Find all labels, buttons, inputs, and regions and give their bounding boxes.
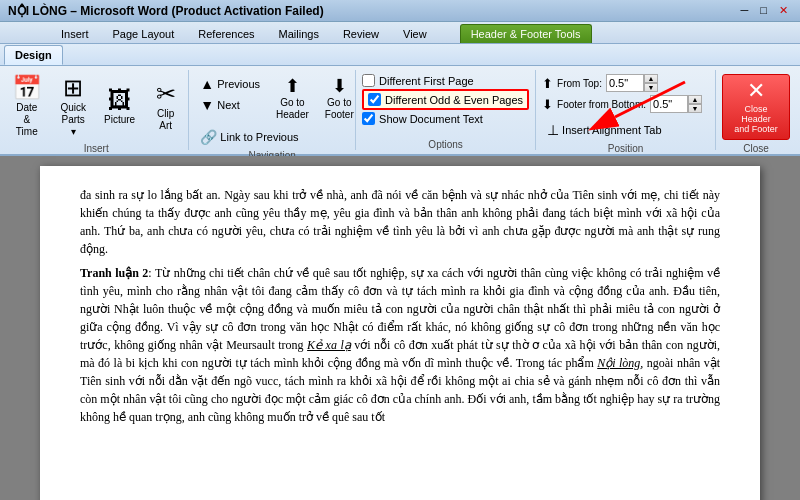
close-header-footer-button[interactable]: ✕ Close Headerand Footer (722, 74, 790, 140)
tab-references[interactable]: References (187, 24, 265, 43)
show-doc-text-label: Show Document Text (379, 113, 483, 125)
options-group-label: Options (428, 136, 462, 150)
close-content: ✕ Close Headerand Footer (722, 70, 790, 140)
ribbon-group-options: Different First Page Different Odd & Eve… (356, 70, 536, 150)
quick-parts-button[interactable]: ⊞ QuickParts ▾ (51, 74, 95, 140)
calendar-icon: 📅 (12, 76, 42, 100)
insert-alignment-tab-button[interactable]: ⊥ Insert Alignment Tab (542, 120, 709, 140)
date-time-button[interactable]: 📅 Date& Time (5, 74, 49, 140)
goto-header-icon: ⬆ (285, 77, 300, 95)
next-button[interactable]: ▼ Next (195, 95, 265, 115)
footer-bottom-spinner: ▲ ▼ (650, 95, 702, 113)
diff-odd-even-checkbox[interactable] (368, 93, 381, 106)
go-to-footer-button[interactable]: ⬇ Go toFooter (318, 74, 361, 124)
next-icon: ▼ (200, 97, 214, 113)
position-group-label: Position (608, 140, 644, 154)
diff-first-page-checkbox[interactable] (362, 74, 375, 87)
close-group-label: Close (743, 140, 769, 154)
tab-insert[interactable]: Insert (50, 24, 100, 43)
link-to-previous-button[interactable]: 🔗 Link to Previous (195, 127, 303, 147)
nav-buttons: ▲ Previous ▼ Next ⬆ Go toHeader (195, 70, 349, 147)
title-text: NỘI LÒNG – Microsoft Word (Product Activ… (8, 4, 737, 18)
bold-heading-2: Tranh luận 2 (80, 266, 148, 280)
paragraph-1: đa sinh ra sự lo lắng bất an. Ngày sau k… (80, 186, 720, 258)
alignment-tab-icon: ⊥ (547, 122, 559, 138)
italic-text-1: Kẻ xa lạ (307, 338, 351, 352)
diff-odd-even-label: Different Odd & Even Pages (385, 94, 523, 106)
previous-label: Previous (217, 78, 260, 90)
previous-button[interactable]: ▲ Previous (195, 74, 265, 94)
previous-icon: ▲ (200, 76, 214, 92)
ribbon-group-insert: 📅 Date& Time ⊞ QuickParts ▾ 🖼 Picture ✂ … (4, 70, 189, 150)
options-checkboxes: Different First Page Different Odd & Eve… (362, 70, 529, 125)
insert-buttons: 📅 Date& Time ⊞ QuickParts ▾ 🖼 Picture ✂ … (5, 70, 188, 140)
header-from-top-row: ⬆ From Top: ▲ ▼ (542, 74, 709, 92)
show-doc-text-row: Show Document Text (362, 112, 529, 125)
diff-first-page-row: Different First Page (362, 74, 529, 87)
picture-icon: 🖼 (108, 88, 132, 112)
position-fields: ⬆ From Top: ▲ ▼ ⬇ Footer from Bottom: (542, 70, 709, 140)
link-icon: 🔗 (200, 129, 217, 145)
footer-bottom-input[interactable] (650, 95, 688, 113)
tab-view[interactable]: View (392, 24, 438, 43)
go-to-header-button[interactable]: ⬆ Go toHeader (269, 74, 316, 124)
picture-button[interactable]: 🖼 Picture (97, 74, 141, 140)
header-top-icon: ⬆ (542, 76, 553, 91)
next-label: Next (217, 99, 240, 111)
footer-bottom-label: Footer from Bottom: (557, 99, 646, 110)
title-bar: NỘI LÒNG – Microsoft Word (Product Activ… (0, 0, 800, 22)
tab-page-layout[interactable]: Page Layout (102, 24, 186, 43)
footer-bottom-up[interactable]: ▲ (688, 95, 702, 104)
clip-art-button[interactable]: ✂ ClipArt (144, 74, 188, 140)
header-top-input[interactable] (606, 74, 644, 92)
footer-bottom-arrows: ▲ ▼ (688, 95, 702, 113)
tab-design[interactable]: Design (4, 45, 63, 65)
header-top-label: From Top: (557, 78, 602, 89)
clipart-icon: ✂ (156, 82, 176, 106)
tab-mailings[interactable]: Mailings (268, 24, 330, 43)
paragraph-2: Tranh luận 2: Từ những chi tiết chân chứ… (80, 264, 720, 426)
ribbon-group-close: ✕ Close Headerand Footer Close (716, 70, 796, 150)
show-doc-text-checkbox[interactable] (362, 112, 375, 125)
ribbon-group-navigation: ▲ Previous ▼ Next ⬆ Go toHeader (189, 70, 356, 150)
close-x-icon: ✕ (747, 80, 765, 102)
header-top-down[interactable]: ▼ (644, 83, 658, 92)
tab-header-footer-tools[interactable]: Header & Footer Tools (460, 24, 592, 43)
footer-from-bottom-row: ⬇ Footer from Bottom: ▲ ▼ (542, 95, 709, 113)
document-area: đa sinh ra sự lo lắng bất an. Ngày sau k… (0, 156, 800, 500)
header-top-spinner: ▲ ▼ (606, 74, 658, 92)
goto-footer-icon: ⬇ (332, 77, 347, 95)
header-top-arrows: ▲ ▼ (644, 74, 658, 92)
footer-bottom-icon: ⬇ (542, 97, 553, 112)
document-page: đa sinh ra sự lo lắng bất an. Ngày sau k… (40, 166, 760, 500)
quickparts-icon: ⊞ (63, 76, 83, 100)
window-controls: ─ □ ✕ (737, 4, 792, 17)
italic-text-2: Nội lòng (597, 356, 640, 370)
diff-first-page-label: Different First Page (379, 75, 474, 87)
link-to-previous-label: Link to Previous (220, 131, 298, 143)
ribbon: 📅 Date& Time ⊞ QuickParts ▾ 🖼 Picture ✂ … (0, 66, 800, 156)
ribbon-wrapper: Insert Page Layout References Mailings R… (0, 22, 800, 156)
footer-bottom-down[interactable]: ▼ (688, 104, 702, 113)
insert-group-label: Insert (84, 140, 109, 154)
diff-odd-even-row: Different Odd & Even Pages (362, 89, 529, 110)
ribbon-group-position: ⬆ From Top: ▲ ▼ ⬇ Footer from Bottom: (536, 70, 716, 150)
tab-review[interactable]: Review (332, 24, 390, 43)
insert-alignment-tab-label: Insert Alignment Tab (562, 124, 661, 136)
header-top-up[interactable]: ▲ (644, 74, 658, 83)
tab-bar: Insert Page Layout References Mailings R… (0, 22, 800, 44)
